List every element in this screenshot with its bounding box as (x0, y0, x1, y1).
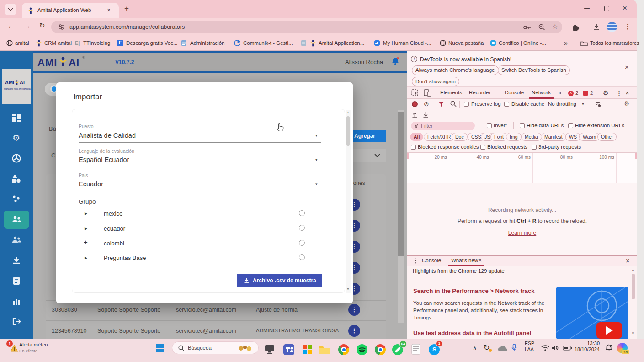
type-pill[interactable]: Img (506, 133, 522, 141)
type-pill-all[interactable]: All (410, 133, 423, 141)
blocked-cookies-checkbox[interactable] (411, 145, 416, 150)
devtools-close-icon[interactable]: × (625, 89, 629, 97)
devtools-tab-network[interactable]: Network (532, 90, 551, 95)
filter-input[interactable]: Filter (411, 122, 475, 130)
tree-item-label[interactable]: mexico (104, 210, 122, 217)
tree-radio[interactable] (299, 225, 305, 231)
drawer-tab-whats-new[interactable]: What's new (451, 258, 478, 263)
hide-extension-urls-label[interactable]: Hide extension URLs (575, 123, 624, 128)
preserve-log-checkbox[interactable] (464, 102, 469, 107)
reload-button[interactable]: ↻ (39, 22, 45, 30)
issues-badge-icon[interactable] (583, 91, 588, 96)
field-value[interactable]: Español Ecuador (79, 156, 129, 163)
window-minimize-button[interactable]: — (584, 5, 590, 11)
inspect-icon[interactable] (411, 89, 419, 97)
type-pill[interactable]: Font (490, 133, 507, 141)
bookmark-item[interactable]: CRM amitai (44, 40, 72, 46)
blocked-requests-label[interactable]: Blocked requests (487, 144, 527, 150)
sidebar-item-shapes-icon[interactable] (12, 174, 21, 183)
tray-microphone-icon[interactable] (511, 344, 517, 351)
network-conditions-icon[interactable] (594, 101, 602, 107)
export-har-icon[interactable] (423, 112, 429, 118)
infobar-button[interactable]: Switch DevTools to Spanish (498, 65, 570, 75)
play-button[interactable] (596, 322, 622, 339)
sample-csv-button[interactable]: Archivo .csv de muestra (237, 274, 322, 287)
preserve-log-label[interactable]: Preserve log (471, 101, 501, 107)
drawer-scroll-up-icon[interactable]: ▲ (631, 268, 635, 272)
extensions-icon[interactable] (570, 22, 580, 32)
record-button[interactable] (412, 101, 418, 107)
type-pill[interactable]: Manifest (541, 133, 566, 141)
row-actions-button[interactable]: ⋮ (348, 304, 360, 316)
user-name[interactable]: Alisson Rocha (345, 59, 383, 65)
hide-extension-urls-checkbox[interactable] (568, 123, 573, 128)
taskbar-chrome-profile-icon[interactable] (375, 344, 386, 355)
bookmark-item[interactable]: My Human Cloud -... (383, 40, 431, 46)
type-pill[interactable]: Media (521, 133, 542, 141)
taskbar-teams-icon[interactable] (283, 344, 294, 355)
sidebar-item-stats-icon[interactable] (12, 297, 21, 305)
taskbar-office-icon[interactable] (303, 345, 313, 355)
hide-data-urls-label[interactable]: Hide data URLs (527, 123, 564, 128)
tree-expander-icon[interactable]: + (84, 238, 88, 246)
learn-more-link[interactable]: Learn more (407, 230, 637, 236)
disable-cache-checkbox[interactable] (504, 102, 509, 107)
page-scrollbar-thumb[interactable] (398, 112, 404, 256)
more-tabs-icon[interactable]: » (558, 89, 561, 96)
tray-language-bottom[interactable]: LAA (525, 346, 534, 352)
tray-wifi-icon[interactable] (541, 345, 549, 351)
tree-radio[interactable] (299, 254, 305, 260)
alert-title[interactable]: Alerta méteo (19, 342, 48, 347)
type-pill[interactable]: Doc (452, 133, 468, 141)
filter-icon[interactable] (438, 101, 444, 107)
bookmark-item[interactable]: Administración (190, 40, 224, 46)
taskbar-notes-icon[interactable] (411, 344, 420, 355)
sidebar-item-collaborators-icon[interactable] (11, 216, 21, 224)
tray-language-top[interactable]: ESP (525, 340, 534, 346)
third-party-label[interactable]: 3rd-party requests (538, 144, 581, 150)
field-value[interactable]: Ecuador (79, 180, 103, 188)
sidebar-item-cluster-icon[interactable] (12, 194, 21, 203)
window-close-button[interactable]: × (623, 4, 627, 13)
search-field-partial[interactable]: Bú (49, 125, 56, 132)
bookmark-item[interactable]: Communik-t - Gesti... (243, 40, 293, 46)
hide-data-urls-checkbox[interactable] (520, 123, 525, 128)
drawer-close-icon[interactable]: × (626, 257, 630, 265)
tray-time[interactable]: 13:30 (567, 340, 600, 346)
third-party-checkbox[interactable] (532, 145, 537, 150)
row-actions-button[interactable]: ⋮ (348, 325, 360, 337)
sidebar-item-settings-icon[interactable]: ⚙ (12, 133, 20, 143)
new-tab-button[interactable]: + (124, 4, 129, 13)
bookmarks-overflow-icon[interactable]: » (564, 39, 568, 47)
bookmark-item[interactable]: TTInvoicing (83, 40, 110, 46)
download-icon[interactable] (592, 23, 601, 31)
bookmark-star-icon[interactable]: ☆ (552, 23, 558, 30)
tree-item-label[interactable]: Preguntas Base (104, 254, 146, 261)
tray-notifications-icon[interactable] (605, 344, 612, 352)
taskbar-chrome-icon[interactable] (338, 344, 349, 355)
infobar-button[interactable]: Always match Chrome's language (412, 65, 499, 75)
sidebar-item-groups-icon[interactable] (11, 236, 21, 244)
tree-expander-icon[interactable]: ▶ (85, 227, 87, 231)
type-pill[interactable]: WS (565, 133, 580, 141)
devtools-tab-elements[interactable]: Elements (440, 90, 462, 95)
tray-onedrive-icon[interactable] (497, 346, 507, 352)
type-pill[interactable]: Other (597, 133, 617, 141)
article-title[interactable]: Search in the Performance > Network trac… (413, 287, 535, 294)
modal-scrollbar-thumb[interactable] (346, 116, 350, 146)
taskbar-search[interactable]: Búsqueda (172, 341, 259, 354)
tree-item-label[interactable]: colombi (104, 240, 124, 247)
tray-date[interactable]: 18/10/2024 (567, 346, 600, 352)
tree-item-label[interactable]: ecuador (104, 225, 125, 232)
taskbar-monitor-icon[interactable] (264, 344, 275, 354)
devtools-settings-icon[interactable]: ⚙ (603, 89, 609, 97)
all-bookmarks-label[interactable]: Todos los marcadores (590, 40, 639, 46)
infobar-close-icon[interactable]: × (625, 63, 629, 71)
type-pill[interactable]: Wasm (579, 133, 600, 141)
devtools-menu-icon[interactable]: ⋮ (616, 90, 622, 97)
tree-expander-icon[interactable]: ▶ (85, 256, 87, 260)
window-maximize-button[interactable] (604, 6, 609, 11)
scroll-down-icon[interactable]: ▼ (346, 287, 350, 291)
tree-radio[interactable] (299, 210, 305, 216)
tray-expand-icon[interactable]: ∧ (473, 345, 477, 351)
